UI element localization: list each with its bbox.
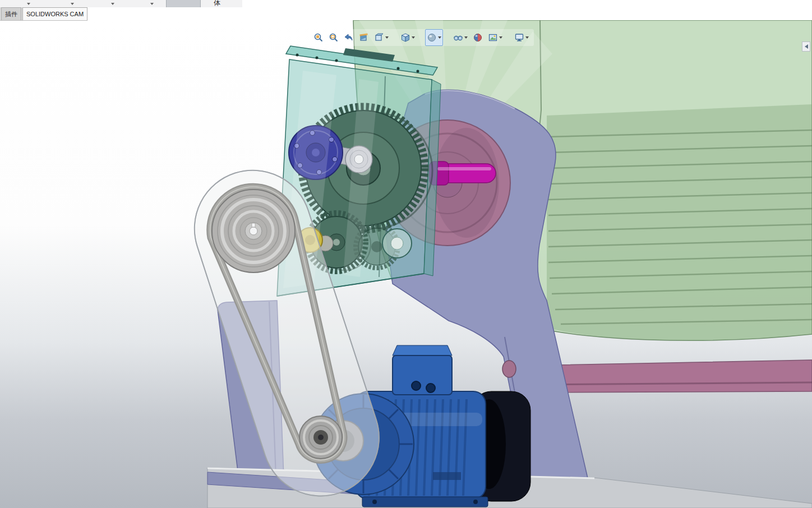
apply-scene-button[interactable]	[486, 29, 504, 46]
view-settings-icon	[514, 33, 524, 43]
section-view-icon	[359, 33, 369, 43]
featuremanager-pane-toggle[interactable]	[802, 41, 810, 52]
edit-appearance-icon	[473, 33, 483, 43]
hide-show-items-dropdown[interactable]	[464, 36, 468, 39]
ribbon-dropdown-caret-4[interactable]	[150, 3, 154, 5]
commandmanager-tab-strip: 插件 SOLIDWORKS CAM	[0, 7, 87, 21]
motor-feet[interactable]	[362, 497, 488, 507]
previous-view-icon	[344, 33, 354, 43]
tab-addins-label: 插件	[5, 10, 17, 19]
tab-solidworks-cam[interactable]: SOLIDWORKS CAM	[22, 7, 87, 20]
collapse-arrow-icon	[805, 44, 808, 49]
zoom-to-fit-icon	[313, 33, 324, 43]
tab-addins[interactable]: 插件	[1, 7, 21, 20]
view-orientation-dropdown[interactable]	[412, 36, 415, 39]
view-settings-button[interactable]	[513, 29, 530, 46]
hide-show-items-button[interactable]	[451, 29, 469, 46]
zoom-to-area-icon	[329, 33, 339, 43]
bearing-boss[interactable]	[382, 229, 412, 258]
view-settings-dropdown[interactable]	[525, 36, 529, 39]
graphics-viewport[interactable]	[0, 20, 812, 508]
heads-up-view-toolbar	[308, 29, 534, 46]
3d-drawing-view-icon	[374, 33, 384, 43]
zoom-to-area-button[interactable]	[327, 29, 340, 46]
ribbon-group-label-partial: 体	[214, 0, 220, 7]
3d-drawing-view-dropdown[interactable]	[385, 36, 389, 39]
apply-scene-icon	[488, 33, 498, 43]
tab-solidworks-cam-label: SOLIDWORKS CAM	[26, 11, 84, 17]
ribbon-pressed-button[interactable]	[166, 0, 201, 7]
section-view-button[interactable]	[357, 29, 371, 46]
view-orientation-button[interactable]	[399, 29, 417, 46]
apply-scene-dropdown[interactable]	[499, 36, 502, 39]
motor-terminal-box[interactable]	[393, 345, 452, 395]
ribbon-dropdown-caret-1[interactable]	[27, 3, 30, 5]
3d-viewport-scene[interactable]	[0, 20, 812, 508]
display-style-dropdown[interactable]	[438, 36, 441, 39]
display-style-button[interactable]	[425, 29, 443, 46]
3d-drawing-view-button[interactable]	[372, 29, 390, 46]
edit-appearance-button[interactable]	[471, 29, 485, 46]
hide-show-items-icon	[453, 33, 463, 43]
support-beam[interactable]	[526, 360, 812, 392]
output-shaft[interactable]	[430, 161, 496, 185]
ribbon-top-fragment: 体	[0, 0, 242, 7]
ribbon-dropdown-caret-2[interactable]	[71, 3, 74, 5]
display-style-icon	[427, 33, 437, 43]
previous-view-button[interactable]	[342, 29, 356, 46]
zoom-to-fit-button[interactable]	[312, 29, 325, 46]
ribbon-dropdown-caret-3[interactable]	[111, 3, 114, 5]
view-orientation-icon	[400, 33, 410, 43]
